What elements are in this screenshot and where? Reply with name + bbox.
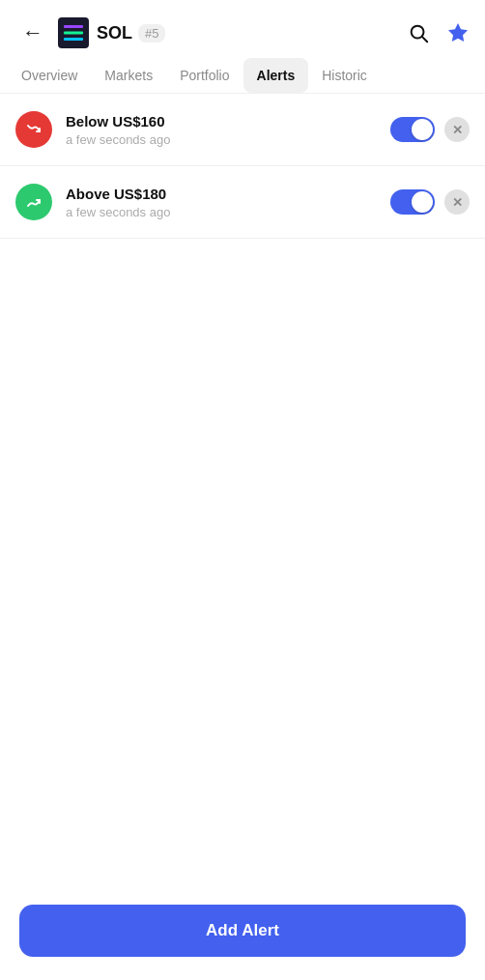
alert-info: Above US$180 a few seconds ago [66,186,390,219]
table-row: Above US$180 a few seconds ago ✕ [0,166,485,239]
alert-delete-button[interactable]: ✕ [444,117,470,142]
tab-alerts[interactable]: Alerts [243,58,309,93]
alert-controls: ✕ [390,189,470,215]
coin-logo [58,17,89,48]
tab-markets[interactable]: Markets [91,58,166,93]
alert-controls: ✕ [390,117,470,142]
tab-bar: Overview Markets Portfolio Alerts Histor… [0,58,485,94]
tab-overview[interactable]: Overview [8,58,91,93]
svg-rect-0 [64,25,83,28]
svg-line-4 [422,37,427,42]
alert-time: a few seconds ago [66,132,390,147]
svg-rect-1 [64,32,83,35]
add-alert-button[interactable]: Add Alert [19,905,466,957]
tab-portfolio[interactable]: Portfolio [166,58,242,93]
alert-title: Below US$160 [66,113,390,130]
svg-rect-2 [64,38,83,41]
alert-down-icon [15,111,52,148]
search-button[interactable] [408,22,429,43]
tab-historic[interactable]: Historic [308,58,381,93]
favorite-button[interactable] [446,21,470,44]
header-actions [408,21,470,44]
table-row: Below US$160 a few seconds ago ✕ [0,94,485,166]
alert-time: a few seconds ago [66,205,390,219]
alert-info: Below US$160 a few seconds ago [66,113,390,147]
coin-rank: #5 [138,24,165,43]
alert-title: Above US$180 [66,186,390,202]
back-arrow-icon: ← [22,20,43,45]
app-header: ← SOL #5 [0,0,485,58]
alert-toggle[interactable] [390,189,435,215]
coin-name: SOL [97,23,132,43]
alert-delete-button[interactable]: ✕ [444,189,470,215]
alerts-list: Below US$160 a few seconds ago ✕ Above U… [0,94,485,239]
svg-marker-5 [448,23,468,42]
alert-up-icon [15,184,52,220]
add-alert-container: Add Alert [19,905,466,957]
back-button[interactable]: ← [15,15,50,50]
alert-toggle[interactable] [390,117,435,142]
